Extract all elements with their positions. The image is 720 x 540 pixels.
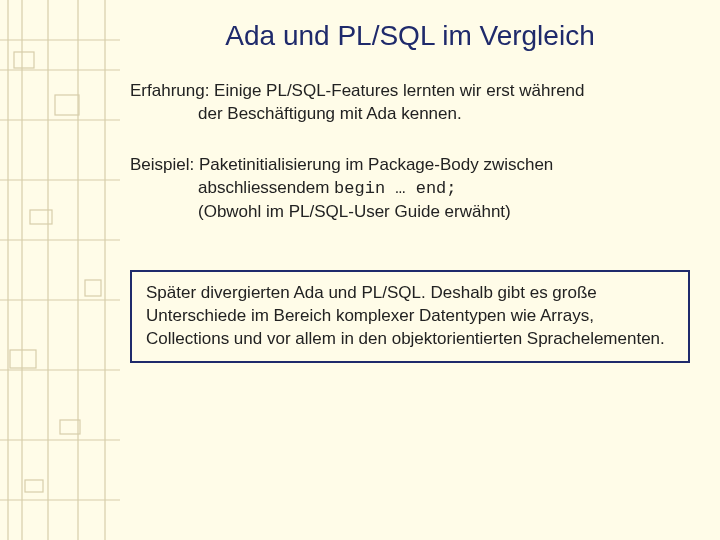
svg-rect-19	[60, 420, 80, 434]
para2-cont1a: abschliessendem	[198, 178, 334, 197]
para2-lead: Beispiel: Paketinitialisierung im Packag…	[130, 155, 553, 174]
slide-title: Ada und PL/SQL im Vergleich	[130, 20, 690, 52]
paragraph-experience: Erfahrung: Einige PL/SQL-Features lernte…	[130, 80, 690, 126]
para1-cont: der Beschäftigung mit Ada kennen.	[150, 103, 690, 126]
svg-rect-20	[25, 480, 43, 492]
svg-rect-14	[14, 52, 34, 68]
svg-rect-15	[55, 95, 79, 115]
para2-line3: (Obwohl im PL/SQL-User Guide erwähnt)	[150, 201, 690, 224]
highlight-box: Später divergierten Ada und PL/SQL. Desh…	[130, 270, 690, 363]
para1-lead: Erfahrung: Einige PL/SQL-Features lernte…	[130, 81, 585, 100]
para2-line2: abschliessendem begin … end;	[150, 177, 690, 201]
paragraph-example: Beispiel: Paketinitialisierung im Packag…	[130, 154, 690, 224]
box-text: Später divergierten Ada und PL/SQL. Desh…	[146, 283, 665, 348]
svg-rect-17	[85, 280, 101, 296]
slide-content: Ada und PL/SQL im Vergleich Erfahrung: E…	[130, 20, 690, 520]
svg-rect-16	[30, 210, 52, 224]
code-begin-end: begin … end;	[334, 179, 456, 198]
svg-rect-18	[10, 350, 36, 368]
background-decoration	[0, 0, 120, 540]
